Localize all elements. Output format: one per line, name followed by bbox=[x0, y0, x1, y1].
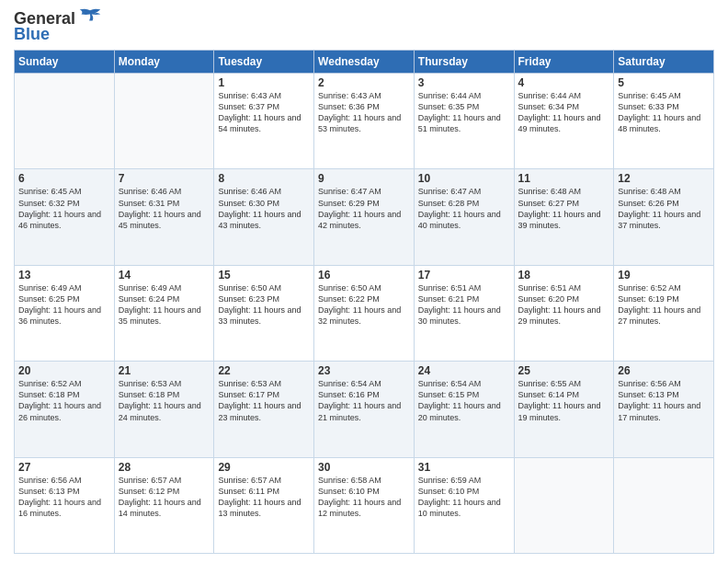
day-number: 9 bbox=[318, 172, 410, 185]
calendar-cell: 3Sunrise: 6:44 AM Sunset: 6:35 PM Daylig… bbox=[414, 74, 514, 169]
day-info: Sunrise: 6:57 AM Sunset: 6:12 PM Dayligh… bbox=[119, 475, 210, 520]
calendar-week-row: 20Sunrise: 6:52 AM Sunset: 6:18 PM Dayli… bbox=[15, 362, 714, 457]
day-info: Sunrise: 6:51 AM Sunset: 6:21 PM Dayligh… bbox=[418, 282, 510, 327]
calendar-cell: 23Sunrise: 6:54 AM Sunset: 6:16 PM Dayli… bbox=[314, 362, 415, 457]
day-number: 10 bbox=[418, 172, 510, 185]
calendar-cell: 24Sunrise: 6:54 AM Sunset: 6:15 PM Dayli… bbox=[414, 362, 514, 457]
calendar-cell: 6Sunrise: 6:45 AM Sunset: 6:32 PM Daylig… bbox=[15, 169, 115, 265]
calendar-cell: 12Sunrise: 6:48 AM Sunset: 6:26 PM Dayli… bbox=[614, 169, 714, 265]
calendar-week-row: 27Sunrise: 6:56 AM Sunset: 6:13 PM Dayli… bbox=[15, 457, 714, 553]
calendar-cell: 10Sunrise: 6:47 AM Sunset: 6:28 PM Dayli… bbox=[414, 169, 514, 265]
day-number: 31 bbox=[418, 461, 510, 474]
day-number: 14 bbox=[119, 269, 210, 282]
day-number: 3 bbox=[418, 76, 510, 89]
day-info: Sunrise: 6:44 AM Sunset: 6:35 PM Dayligh… bbox=[418, 90, 510, 135]
day-info: Sunrise: 6:49 AM Sunset: 6:25 PM Dayligh… bbox=[18, 282, 110, 327]
day-info: Sunrise: 6:52 AM Sunset: 6:19 PM Dayligh… bbox=[618, 282, 710, 327]
day-number: 30 bbox=[318, 461, 410, 474]
day-info: Sunrise: 6:53 AM Sunset: 6:18 PM Dayligh… bbox=[119, 378, 210, 423]
day-number: 21 bbox=[119, 364, 210, 377]
day-info: Sunrise: 6:49 AM Sunset: 6:24 PM Dayligh… bbox=[119, 282, 210, 327]
day-number: 18 bbox=[518, 269, 610, 282]
day-info: Sunrise: 6:54 AM Sunset: 6:16 PM Dayligh… bbox=[318, 378, 410, 423]
day-info: Sunrise: 6:47 AM Sunset: 6:28 PM Dayligh… bbox=[418, 186, 510, 231]
calendar-cell: 31Sunrise: 6:59 AM Sunset: 6:10 PM Dayli… bbox=[414, 457, 514, 553]
day-info: Sunrise: 6:54 AM Sunset: 6:15 PM Dayligh… bbox=[418, 378, 510, 423]
day-info: Sunrise: 6:48 AM Sunset: 6:26 PM Dayligh… bbox=[618, 186, 710, 231]
calendar-cell: 15Sunrise: 6:50 AM Sunset: 6:23 PM Dayli… bbox=[214, 265, 314, 361]
calendar-week-row: 1Sunrise: 6:43 AM Sunset: 6:37 PM Daylig… bbox=[15, 74, 714, 169]
day-info: Sunrise: 6:52 AM Sunset: 6:18 PM Dayligh… bbox=[18, 378, 110, 423]
day-number: 22 bbox=[218, 364, 310, 377]
calendar-cell: 13Sunrise: 6:49 AM Sunset: 6:25 PM Dayli… bbox=[15, 265, 115, 361]
day-number: 20 bbox=[18, 364, 110, 377]
calendar-page: General Blue SundayMondayTuesdayWednesda… bbox=[0, 0, 728, 563]
calendar-header-monday: Monday bbox=[114, 51, 214, 74]
calendar-cell bbox=[114, 74, 214, 169]
calendar-cell: 20Sunrise: 6:52 AM Sunset: 6:18 PM Dayli… bbox=[15, 362, 115, 457]
day-number: 16 bbox=[318, 269, 410, 282]
day-number: 17 bbox=[418, 269, 510, 282]
calendar-cell: 5Sunrise: 6:45 AM Sunset: 6:33 PM Daylig… bbox=[614, 74, 714, 169]
day-number: 1 bbox=[218, 76, 310, 89]
calendar-cell bbox=[614, 457, 714, 553]
calendar-cell: 8Sunrise: 6:46 AM Sunset: 6:30 PM Daylig… bbox=[214, 169, 314, 265]
logo-bird-icon bbox=[78, 7, 102, 28]
calendar-header-row: SundayMondayTuesdayWednesdayThursdayFrid… bbox=[15, 51, 714, 74]
calendar-cell: 17Sunrise: 6:51 AM Sunset: 6:21 PM Dayli… bbox=[414, 265, 514, 361]
calendar-cell: 19Sunrise: 6:52 AM Sunset: 6:19 PM Dayli… bbox=[614, 265, 714, 361]
day-info: Sunrise: 6:45 AM Sunset: 6:33 PM Dayligh… bbox=[618, 90, 710, 135]
day-number: 4 bbox=[518, 76, 610, 89]
calendar-cell: 30Sunrise: 6:58 AM Sunset: 6:10 PM Dayli… bbox=[314, 457, 415, 553]
calendar-cell: 25Sunrise: 6:55 AM Sunset: 6:14 PM Dayli… bbox=[514, 362, 614, 457]
day-number: 27 bbox=[18, 461, 110, 474]
day-info: Sunrise: 6:46 AM Sunset: 6:31 PM Dayligh… bbox=[119, 186, 210, 231]
day-info: Sunrise: 6:47 AM Sunset: 6:29 PM Dayligh… bbox=[318, 186, 410, 231]
day-info: Sunrise: 6:48 AM Sunset: 6:27 PM Dayligh… bbox=[518, 186, 610, 231]
calendar-header-thursday: Thursday bbox=[414, 51, 514, 74]
day-info: Sunrise: 6:56 AM Sunset: 6:13 PM Dayligh… bbox=[18, 475, 110, 520]
day-number: 25 bbox=[518, 364, 610, 377]
calendar-cell bbox=[514, 457, 614, 553]
day-info: Sunrise: 6:50 AM Sunset: 6:22 PM Dayligh… bbox=[318, 282, 410, 327]
day-number: 29 bbox=[218, 461, 310, 474]
calendar-header-saturday: Saturday bbox=[614, 51, 714, 74]
day-number: 13 bbox=[18, 269, 110, 282]
logo: General Blue bbox=[14, 9, 102, 42]
day-info: Sunrise: 6:46 AM Sunset: 6:30 PM Dayligh… bbox=[218, 186, 310, 231]
day-number: 7 bbox=[119, 172, 210, 185]
day-number: 28 bbox=[119, 461, 210, 474]
day-number: 19 bbox=[618, 269, 710, 282]
day-info: Sunrise: 6:56 AM Sunset: 6:13 PM Dayligh… bbox=[618, 378, 710, 423]
day-number: 12 bbox=[618, 172, 710, 185]
day-info: Sunrise: 6:51 AM Sunset: 6:20 PM Dayligh… bbox=[518, 282, 610, 327]
calendar-cell: 27Sunrise: 6:56 AM Sunset: 6:13 PM Dayli… bbox=[15, 457, 115, 553]
calendar-cell: 18Sunrise: 6:51 AM Sunset: 6:20 PM Dayli… bbox=[514, 265, 614, 361]
day-number: 2 bbox=[318, 76, 410, 89]
day-info: Sunrise: 6:43 AM Sunset: 6:37 PM Dayligh… bbox=[218, 90, 310, 135]
day-info: Sunrise: 6:59 AM Sunset: 6:10 PM Dayligh… bbox=[418, 475, 510, 520]
day-info: Sunrise: 6:45 AM Sunset: 6:32 PM Dayligh… bbox=[18, 186, 110, 231]
calendar-cell: 16Sunrise: 6:50 AM Sunset: 6:22 PM Dayli… bbox=[314, 265, 415, 361]
calendar-cell: 26Sunrise: 6:56 AM Sunset: 6:13 PM Dayli… bbox=[614, 362, 714, 457]
day-info: Sunrise: 6:44 AM Sunset: 6:34 PM Dayligh… bbox=[518, 90, 610, 135]
day-number: 5 bbox=[618, 76, 710, 89]
calendar-header-tuesday: Tuesday bbox=[214, 51, 314, 74]
day-info: Sunrise: 6:57 AM Sunset: 6:11 PM Dayligh… bbox=[218, 475, 310, 520]
calendar-cell: 9Sunrise: 6:47 AM Sunset: 6:29 PM Daylig… bbox=[314, 169, 415, 265]
day-info: Sunrise: 6:53 AM Sunset: 6:17 PM Dayligh… bbox=[218, 378, 310, 423]
day-info: Sunrise: 6:50 AM Sunset: 6:23 PM Dayligh… bbox=[218, 282, 310, 327]
day-number: 26 bbox=[618, 364, 710, 377]
calendar-cell: 22Sunrise: 6:53 AM Sunset: 6:17 PM Dayli… bbox=[214, 362, 314, 457]
day-number: 23 bbox=[318, 364, 410, 377]
calendar-table: SundayMondayTuesdayWednesdayThursdayFrid… bbox=[14, 50, 714, 554]
day-info: Sunrise: 6:58 AM Sunset: 6:10 PM Dayligh… bbox=[318, 475, 410, 520]
day-number: 24 bbox=[418, 364, 510, 377]
day-number: 11 bbox=[518, 172, 610, 185]
day-info: Sunrise: 6:43 AM Sunset: 6:36 PM Dayligh… bbox=[318, 90, 410, 135]
calendar-header-wednesday: Wednesday bbox=[314, 51, 415, 74]
day-number: 8 bbox=[218, 172, 310, 185]
calendar-cell: 4Sunrise: 6:44 AM Sunset: 6:34 PM Daylig… bbox=[514, 74, 614, 169]
day-info: Sunrise: 6:55 AM Sunset: 6:14 PM Dayligh… bbox=[518, 378, 610, 423]
calendar-cell: 21Sunrise: 6:53 AM Sunset: 6:18 PM Dayli… bbox=[114, 362, 214, 457]
